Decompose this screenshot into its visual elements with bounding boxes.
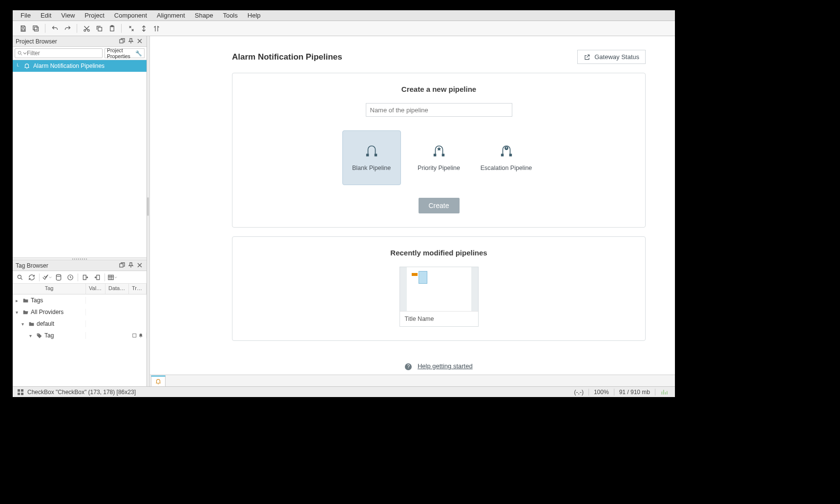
copy-icon[interactable] — [94, 23, 105, 34]
status-coords: (-,-) — [574, 389, 584, 396]
menubar: File Edit View Project Component Alignme… — [13, 10, 675, 21]
tag-browser-panel: Tag Browser — [13, 260, 147, 386]
tag-browser-header: Tag Browser — [13, 260, 147, 271]
help-row: ? Help getting started — [232, 362, 646, 370]
tag-row-tags[interactable]: ▸Tags — [13, 294, 147, 306]
svg-rect-21 — [509, 154, 511, 156]
cut-icon[interactable] — [81, 23, 92, 34]
bell-tab-icon — [155, 378, 162, 385]
align-icon-1[interactable] — [126, 23, 136, 34]
panel-restore-icon[interactable] — [119, 38, 126, 45]
tag-clock-icon[interactable] — [65, 272, 76, 283]
project-properties-label: Project Properties — [107, 47, 134, 59]
project-browser-tree-root[interactable]: └ Alarm Notification Pipelines — [13, 60, 147, 72]
panel-close-icon[interactable] — [137, 262, 144, 269]
col-tag[interactable]: Tag — [13, 284, 86, 294]
status-grid-icon — [17, 388, 24, 396]
svg-point-2 — [84, 29, 85, 31]
panel-restore-icon[interactable] — [119, 262, 126, 269]
align-icon-3[interactable] — [151, 23, 162, 34]
tag-browser-table: Tag Val… Data … Tra… ▸Tags ▾All Provider… — [13, 284, 147, 386]
panel-pin-icon[interactable] — [128, 262, 135, 269]
external-link-icon — [584, 54, 590, 61]
project-browser-header: Project Browser — [13, 36, 147, 47]
project-properties-button[interactable]: Project Properties 🔧 — [105, 48, 145, 58]
side-pane: Project Browser Project Properties 🔧 — [13, 36, 147, 386]
menu-file[interactable]: File — [16, 11, 36, 20]
align-icon-2[interactable] — [138, 23, 149, 34]
svg-rect-1 — [33, 25, 37, 29]
template-blank-label: Blank Pipeline — [352, 165, 391, 171]
recent-pipeline-caption: Title Name — [400, 311, 478, 326]
panel-close-icon[interactable] — [137, 38, 144, 45]
menu-help[interactable]: Help — [243, 11, 266, 20]
tag-search-icon[interactable] — [15, 272, 25, 283]
menu-component[interactable]: Component — [109, 11, 152, 20]
template-escalation-label: Escalation Pipeline — [481, 165, 532, 171]
bell-small-icon — [138, 333, 144, 338]
col-traits[interactable]: Tra… — [129, 284, 147, 294]
col-datatype[interactable]: Data … — [105, 284, 129, 294]
recent-pipeline-thumbnail — [400, 267, 478, 311]
tag-columns-icon[interactable] — [107, 272, 118, 283]
pipeline-name-input[interactable] — [366, 103, 512, 117]
redo-icon[interactable] — [62, 23, 73, 34]
svg-rect-18 — [434, 154, 436, 156]
menu-edit[interactable]: Edit — [36, 11, 56, 20]
menu-project[interactable]: Project — [80, 11, 109, 20]
project-browser-tree: └ Alarm Notification Pipelines — [13, 60, 147, 257]
content-tabs — [150, 375, 675, 386]
project-browser-filter[interactable] — [15, 48, 103, 58]
tag-row-tag-leaf[interactable]: ▾Tag — [13, 330, 147, 341]
status-memory: 91 / 910 mb — [619, 389, 650, 396]
tag-row-all-providers[interactable]: ▾All Providers — [13, 306, 147, 318]
star-pipeline-icon — [432, 144, 446, 159]
menu-tools[interactable]: Tools — [218, 11, 242, 20]
tag-browser-title: Tag Browser — [16, 262, 48, 269]
template-priority-pipeline[interactable]: Priority Pipeline — [410, 130, 468, 185]
template-escalation-pipeline[interactable]: Escalation Pipeline — [477, 130, 536, 185]
wrench-icon: 🔧 — [135, 50, 142, 57]
save-all-icon[interactable] — [30, 23, 41, 34]
menu-alignment[interactable]: Alignment — [152, 11, 190, 20]
tag-export-icon[interactable] — [92, 272, 103, 283]
create-button[interactable]: Create — [419, 198, 460, 213]
menu-shape[interactable]: Shape — [190, 11, 218, 20]
recent-pipelines-card: Recently modified pipelines Title Name — [232, 236, 646, 341]
tag-refresh-icon[interactable] — [26, 272, 37, 283]
folder-icon — [22, 297, 29, 304]
panel-pin-icon[interactable] — [128, 38, 135, 45]
tag-icon — [36, 333, 42, 339]
svg-point-10 — [18, 275, 21, 278]
tag-add-icon[interactable] — [42, 272, 52, 283]
status-left-text: CheckBox "CheckBox" (173, 178) [86x23] — [27, 389, 136, 396]
svg-rect-17 — [375, 154, 377, 156]
paste-icon[interactable] — [106, 23, 117, 34]
tag-db-icon[interactable] — [53, 272, 64, 283]
tag-row-default[interactable]: ▾default — [13, 318, 147, 330]
svg-rect-13 — [108, 275, 114, 279]
help-link[interactable]: Help getting started — [418, 362, 473, 370]
status-chart-icon[interactable] — [660, 388, 668, 396]
folder-open-icon — [22, 309, 29, 315]
project-browser-filter-input[interactable] — [27, 50, 100, 57]
tag-import-icon[interactable] — [80, 272, 91, 283]
square-icon — [132, 333, 137, 338]
svg-rect-15 — [133, 334, 136, 337]
gateway-status-label: Gateway Status — [594, 53, 639, 61]
folder-icon — [28, 321, 35, 327]
svg-point-14 — [38, 334, 39, 335]
tab-pipelines[interactable] — [151, 376, 166, 386]
menu-view[interactable]: View — [56, 11, 80, 20]
col-value[interactable]: Val… — [86, 284, 105, 294]
svg-rect-7 — [120, 40, 123, 43]
template-blank-pipeline[interactable]: Blank Pipeline — [342, 130, 401, 185]
toolbar — [13, 21, 675, 36]
svg-point-3 — [87, 29, 89, 31]
main-content: Alarm Notification Pipelines Gateway Sta… — [150, 36, 675, 386]
recent-pipeline-tile[interactable]: Title Name — [399, 267, 479, 327]
svg-rect-20 — [501, 154, 503, 156]
undo-icon[interactable] — [49, 23, 60, 34]
save-icon[interactable] — [18, 23, 28, 34]
gateway-status-button[interactable]: Gateway Status — [577, 50, 646, 64]
